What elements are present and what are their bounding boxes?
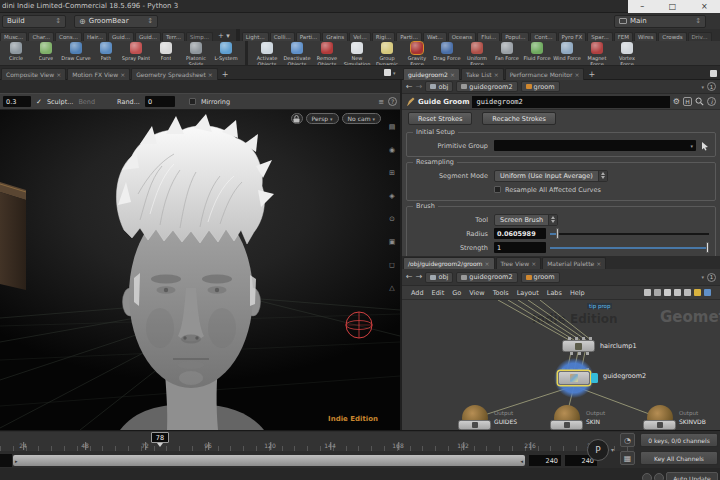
shelf-tab[interactable]: Grains <box>322 32 348 42</box>
viewport-option-icon[interactable]: ◈ <box>389 183 394 202</box>
shelf-tool[interactable]: Deactivate Objects <box>282 42 312 66</box>
shelf-tool[interactable]: Fan Force <box>492 42 522 61</box>
shelf-tool[interactable]: L-System <box>211 42 241 61</box>
shelf-tool[interactable]: Drag Force <box>432 42 462 61</box>
search-icon[interactable] <box>695 97 704 106</box>
maximize-icon[interactable]: □ <box>669 3 677 11</box>
pane-tab[interactable]: Composite View× <box>1 68 66 80</box>
shelf-tab[interactable]: Cont... <box>530 32 556 42</box>
group-title[interactable]: Brush <box>413 203 438 210</box>
info-icon[interactable]: i <box>707 97 716 106</box>
shelf-tab[interactable]: Guid... <box>135 32 161 42</box>
shelf-tab[interactable]: Driv... <box>688 32 712 42</box>
layout-preset-combo[interactable]: Build ↕ <box>2 15 66 28</box>
network-toolbar-icon[interactable] <box>694 289 701 296</box>
range-left-arrow-icon[interactable]: ▸ <box>15 458 18 464</box>
recache-strokes-button[interactable]: Recache Strokes <box>482 112 556 125</box>
shelf-tab[interactable]: Char... <box>28 32 54 42</box>
breadcrumb-groom[interactable]: groom <box>521 272 560 283</box>
strength-field[interactable]: 1 <box>494 242 546 253</box>
close-tab-icon[interactable]: × <box>596 260 601 267</box>
new-pane-tab-button[interactable]: + <box>585 70 598 80</box>
node-output-skin[interactable]: Output SKIN <box>550 405 620 430</box>
mirroring-checkbox[interactable] <box>189 98 196 105</box>
pane-tab[interactable]: Geometry Spreadsheet× <box>131 68 218 80</box>
close-tab-icon[interactable]: × <box>494 71 499 78</box>
network-toolbar-icon[interactable] <box>644 289 651 296</box>
node-hairclump1[interactable]: hairclump1 <box>562 340 682 352</box>
segment-mode-dropdown[interactable]: Uniform (Use Input Average) <box>494 170 608 182</box>
viewport-option-icon[interactable]: ⊞ <box>389 160 395 179</box>
breadcrumb-guidegroom[interactable]: guidegroom2 <box>456 272 517 283</box>
shelf-tab[interactable]: Wires <box>634 32 657 42</box>
slider-handle[interactable] <box>706 242 709 253</box>
back-arrow-icon[interactable]: ← <box>406 273 413 281</box>
shelf-tool[interactable]: Fluid Force <box>522 42 552 61</box>
chevron-down-icon[interactable]: ▾ <box>701 84 704 90</box>
pane-tab[interactable]: Motion FX View× <box>67 68 130 80</box>
flipbook-icon[interactable]: ▦ <box>620 451 635 465</box>
network-toolbar-icon[interactable] <box>684 289 691 296</box>
node-body[interactable] <box>558 371 590 385</box>
network-toolbar-icon[interactable] <box>664 289 671 296</box>
pane-tab[interactable]: guidegroom2× <box>403 68 460 80</box>
shelf-tool[interactable]: New Simulation <box>342 42 372 66</box>
close-tab-icon[interactable]: × <box>208 71 213 78</box>
shelf-tab[interactable]: FEM <box>614 32 633 42</box>
menu-item[interactable]: Labs <box>547 289 562 297</box>
network-canvas[interactable]: Indie Edition Geometry tip pr <box>402 300 720 430</box>
breadcrumb-obj[interactable]: obj <box>425 272 453 283</box>
shelf-tool[interactable]: Font <box>151 42 181 61</box>
lock-icon[interactable] <box>291 113 303 124</box>
shelf-tab[interactable]: Rigi... <box>372 32 396 42</box>
forward-arrow-icon[interactable]: → <box>416 273 423 281</box>
pane-tab[interactable]: /obj/guidegroom2/groom× <box>403 257 495 269</box>
update-mode-icon[interactable] <box>642 473 652 480</box>
key-all-channels-button[interactable]: Key All Channels <box>640 451 718 465</box>
keys-status-button[interactable]: 0 keys, 0/0 channels <box>640 433 718 447</box>
network-toolbar-icon[interactable] <box>674 289 681 296</box>
animation-options-icon[interactable]: ◔ <box>620 433 635 447</box>
shelf-tab[interactable]: Spar... <box>587 32 612 42</box>
shelf-tab[interactable]: Parti... <box>296 32 322 42</box>
radius-slider[interactable] <box>550 228 710 239</box>
node-output-guides[interactable]: Output GUIDES <box>458 405 528 430</box>
range-end-field[interactable]: 240 <box>529 455 561 466</box>
viewport-3d[interactable]: Persp▾ No cam▾ ▤◉⊞◈⊙▣◻△ Indie Edition <box>0 110 400 430</box>
current-frame-indicator[interactable]: 78 <box>151 432 169 443</box>
shelf-tool[interactable]: Draw Curve <box>61 42 91 61</box>
range-right-arrow-icon[interactable]: ◂ <box>520 458 523 464</box>
shelf-tab[interactable]: Popul... <box>501 32 529 42</box>
shelf-tab[interactable]: Pyro FX <box>558 32 587 42</box>
brush-value-field[interactable]: 0.3 <box>3 96 31 107</box>
refresh-icon[interactable] <box>654 473 664 480</box>
brush-tool-dropdown[interactable]: Screen Brush <box>494 214 558 226</box>
menu-item[interactable]: View <box>469 289 484 297</box>
primitive-group-field[interactable]: ▾ <box>494 140 696 151</box>
network-toolbar-icon[interactable] <box>704 289 711 296</box>
shelf-tab[interactable]: Colli... <box>270 32 295 42</box>
menu-item[interactable]: Help <box>570 289 585 297</box>
menu-item[interactable]: Go <box>452 289 461 297</box>
viewport-option-icon[interactable]: ▣ <box>389 229 396 248</box>
range-slider[interactable]: ▸◂ <box>13 455 525 466</box>
menu-item[interactable]: Add <box>411 289 424 297</box>
shelf-tool[interactable]: Spray Paint <box>121 42 151 61</box>
rand-label[interactable]: Rand... <box>117 98 140 106</box>
forward-arrow-icon[interactable]: → <box>416 83 423 91</box>
timeline-ruler[interactable]: 24487296120144168192216240 <box>0 432 634 451</box>
menu-item[interactable]: Layout <box>517 289 539 297</box>
camera-selector[interactable]: No cam▾ <box>342 113 381 124</box>
network-toolbar-icon[interactable] <box>654 289 661 296</box>
shelf-tab[interactable]: Terr... <box>162 32 185 42</box>
shelf-tab[interactable]: Hair... <box>83 32 107 42</box>
group-title[interactable]: Initial Setup <box>413 129 458 136</box>
playback-options-button[interactable]: P <box>587 439 609 461</box>
pane-layout-control[interactable]: ▾ <box>384 69 396 76</box>
shelf-tool[interactable]: Vortex Force <box>612 42 642 66</box>
back-arrow-icon[interactable]: ← <box>406 83 413 91</box>
close-tab-icon[interactable]: × <box>574 71 579 78</box>
group-title[interactable]: Resampling <box>413 159 457 166</box>
radius-field[interactable]: 0.0605989 <box>494 228 546 239</box>
shelf-tool[interactable]: Wind Force <box>552 42 582 61</box>
